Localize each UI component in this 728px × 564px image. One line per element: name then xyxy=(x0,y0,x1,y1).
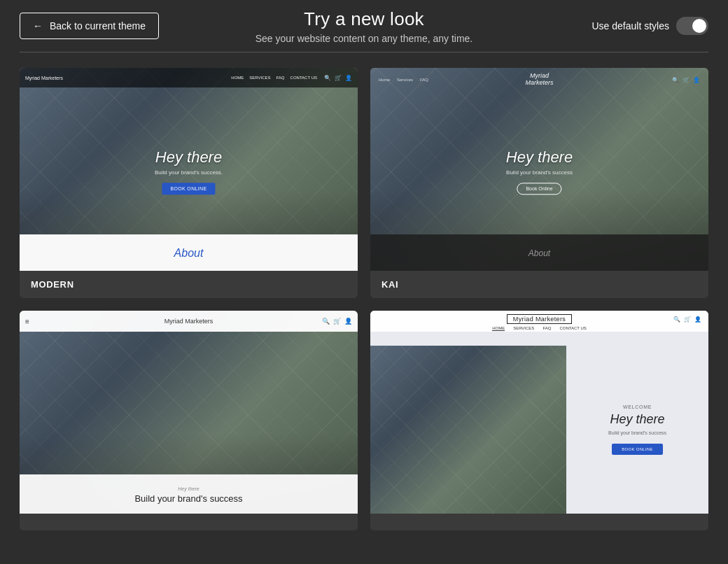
theme-card-kai[interactable]: HomeServicesFAQ MyriadMarketers 🔍🛒👤 Hey … xyxy=(370,68,708,298)
mock-split-btn: BOOK ONLINE xyxy=(612,444,663,455)
mock-icons-split: 🔍🛒👤 xyxy=(673,316,701,323)
theme-label-split xyxy=(370,514,708,530)
mock-welcome-label: WELCOME xyxy=(623,404,652,409)
mock-bottom-small: Hey there xyxy=(178,486,199,491)
header: ← Back to current theme Try a new look S… xyxy=(0,0,728,52)
mock-icons-modern: 🔍🛒👤 xyxy=(324,75,352,81)
mock-site-fluid: ≡ Myriad Marketers 🔍🛒👤 Hey there Build y… xyxy=(20,311,358,514)
theme-card-split[interactable]: Myriad Marketers HOMESERVICESFAQCONTACT … xyxy=(370,311,708,530)
mock-hero-sub-kai: Build your brand's success xyxy=(506,169,573,176)
mock-split-text: WELCOME Hey there Build your brand's suc… xyxy=(566,346,708,514)
page-subtitle: See your website content on any theme, a… xyxy=(255,33,473,44)
mock-icons-mobile: 🔍🛒👤 xyxy=(322,318,352,325)
back-label: Back to current theme xyxy=(50,20,146,31)
mock-brand-mobile: Myriad Marketers xyxy=(164,318,214,325)
back-button[interactable]: ← Back to current theme xyxy=(20,13,159,39)
mock-site-split: Myriad Marketers HOMESERVICESFAQCONTACT … xyxy=(370,311,708,514)
theme-preview-split: Myriad Marketers HOMESERVICESFAQCONTACT … xyxy=(370,311,708,514)
theme-preview-fluid: ≡ Myriad Marketers 🔍🛒👤 Hey there Build y… xyxy=(20,311,358,514)
theme-label-kai: KAI xyxy=(370,271,708,298)
default-styles-toggle[interactable] xyxy=(676,17,708,35)
mock-bottom-fluid: Hey there Build your brand's success xyxy=(20,474,358,514)
mock-hero-btn-modern: BOOK ONLINE xyxy=(162,183,215,195)
mock-nav-kai: HomeServicesFAQ MyriadMarketers 🔍🛒👤 xyxy=(370,68,708,92)
mock-hero-btn-kai: Book Online xyxy=(517,183,561,195)
page-title: Try a new look xyxy=(255,8,473,30)
mock-hero-kai: Hey there Build your brand's success Boo… xyxy=(506,148,573,195)
mock-hero-title-kai: Hey there xyxy=(506,148,573,167)
mock-site-kai: HomeServicesFAQ MyriadMarketers 🔍🛒👤 Hey … xyxy=(370,68,708,271)
mock-icons-kai: 🔍🛒👤 xyxy=(672,77,700,83)
mock-brand-modern: Myriad Marketers xyxy=(25,76,63,80)
mock-bottom-main: Build your brand's success xyxy=(134,493,242,504)
theme-label-fluid xyxy=(20,514,358,530)
arrow-left-icon: ← xyxy=(33,20,43,31)
theme-label-modern: MODERN xyxy=(20,271,358,298)
mock-about-kai: About xyxy=(370,234,708,271)
mock-links-kai: HomeServicesFAQ xyxy=(379,78,428,82)
mock-site-modern: Myriad Marketers HOMESERVICESFAQCONTACT … xyxy=(20,68,358,271)
mock-hero-sub-modern: Build your brand's success. xyxy=(155,169,223,176)
mock-nav-mobile: ≡ Myriad Marketers 🔍🛒👤 xyxy=(20,311,358,332)
mock-brand-kai: MyriadMarketers xyxy=(525,73,553,87)
default-styles-label: Use default styles xyxy=(592,20,670,31)
mock-split-title: Hey there xyxy=(610,412,665,427)
mock-split-image xyxy=(370,346,566,514)
mock-split-nav: Myriad Marketers HOMESERVICESFAQCONTACT … xyxy=(370,311,708,332)
mock-brand-split: Myriad Marketers xyxy=(507,314,572,324)
default-styles-control: Use default styles xyxy=(592,17,709,35)
mock-links-modern: HOMESERVICESFAQCONTACT US xyxy=(231,76,317,80)
mock-links-split: HOMESERVICESFAQCONTACT US xyxy=(492,326,587,331)
theme-preview-modern: Myriad Marketers HOMESERVICESFAQCONTACT … xyxy=(20,68,358,271)
header-center: Try a new look See your website content … xyxy=(255,8,473,44)
mock-nav-modern: Myriad Marketers HOMESERVICESFAQCONTACT … xyxy=(20,68,358,87)
theme-card-fluid[interactable]: ≡ Myriad Marketers 🔍🛒👤 Hey there Build y… xyxy=(20,311,358,530)
mock-about-modern: About xyxy=(20,234,358,271)
mock-hero-title-modern: Hey there xyxy=(155,148,223,167)
theme-card-modern[interactable]: Myriad Marketers HOMESERVICESFAQCONTACT … xyxy=(20,68,358,298)
mock-split-content: WELCOME Hey there Build your brand's suc… xyxy=(370,346,708,514)
mock-hero-modern: Hey there Build your brand's success. BO… xyxy=(155,148,223,195)
hamburger-icon: ≡ xyxy=(25,318,29,325)
theme-grid: Myriad Marketers HOMESERVICESFAQCONTACT … xyxy=(0,52,728,546)
theme-preview-kai: HomeServicesFAQ MyriadMarketers 🔍🛒👤 Hey … xyxy=(370,68,708,271)
mock-split-sub: Build your brand's success xyxy=(608,430,666,435)
